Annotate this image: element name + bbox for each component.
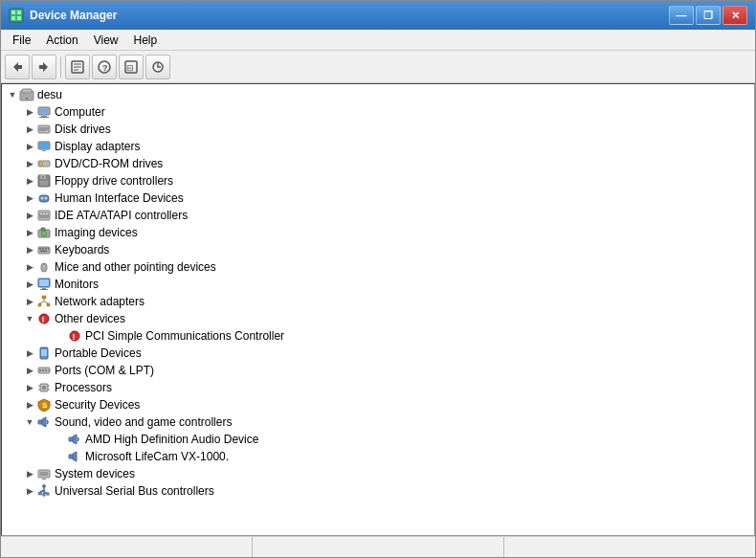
root-label: desu xyxy=(37,88,62,101)
list-item[interactable]: Microsoft LifeCam VX-1000. xyxy=(2,448,754,465)
expand-btn[interactable]: ▶ xyxy=(23,467,36,480)
toolbar: ? ⊟ xyxy=(1,51,755,83)
expand-btn[interactable]: ▶ xyxy=(23,398,36,412)
expand-btn[interactable]: ▶ xyxy=(23,140,36,153)
list-item[interactable]: AMD High Definition Audio Device xyxy=(2,431,754,448)
svg-rect-23 xyxy=(41,116,47,117)
svg-rect-51 xyxy=(39,248,41,250)
minimize-button[interactable]: — xyxy=(669,6,694,25)
list-item[interactable]: ▶ Mice and other pointing devices xyxy=(2,258,754,276)
menu-action[interactable]: Action xyxy=(38,32,85,49)
svg-rect-29 xyxy=(39,143,49,148)
scan-hardware-button[interactable] xyxy=(145,55,170,79)
item-label: System devices xyxy=(55,467,135,480)
device-manager-window: Device Manager — ❐ ✕ File Action View He… xyxy=(0,0,756,558)
list-item[interactable]: ▼ Sound, video and game controllers xyxy=(2,413,754,431)
keyboard-icon xyxy=(36,242,52,257)
expand-btn[interactable]: ▶ xyxy=(23,260,36,274)
list-item[interactable]: ▶ Ports (COM & LPT) xyxy=(2,362,754,379)
svg-rect-62 xyxy=(40,289,48,290)
svg-rect-2 xyxy=(17,11,21,14)
list-item[interactable]: ▶ Human Interface Devices xyxy=(2,190,754,207)
svg-marker-7 xyxy=(43,62,48,72)
list-item[interactable]: ▶ Universal Serial Bus controllers xyxy=(2,482,754,500)
expand-btn[interactable]: ▶ xyxy=(23,243,36,257)
expand-btn[interactable]: ▶ xyxy=(23,364,36,377)
device-tree[interactable]: ▼ desu ▶ xyxy=(2,84,754,535)
pci-icon: ! xyxy=(67,328,82,344)
list-item[interactable]: ▶ IDE ATA/ATAPI controllers xyxy=(2,207,754,224)
network-icon xyxy=(36,294,52,309)
svg-rect-37 xyxy=(42,176,44,178)
svg-rect-1 xyxy=(11,11,15,14)
svg-point-58 xyxy=(43,265,45,267)
expand-btn[interactable]: ▶ xyxy=(23,191,36,205)
close-button[interactable]: ✕ xyxy=(723,6,747,25)
svg-rect-8 xyxy=(39,65,43,69)
list-item[interactable]: ▶ System devices xyxy=(2,465,754,482)
forward-button[interactable] xyxy=(32,55,56,79)
toolbar-separator-1 xyxy=(60,56,61,78)
list-item[interactable]: ▶ DVD/CD-ROM drives xyxy=(2,155,754,172)
list-item[interactable]: ▶ Monitors xyxy=(2,276,754,293)
expand-btn[interactable]: ▶ xyxy=(23,105,36,119)
root-expand[interactable]: ▼ xyxy=(6,88,19,101)
list-item[interactable]: ▶ Display adapters xyxy=(2,138,754,155)
item-label: IDE ATA/ATAPI controllers xyxy=(55,209,188,222)
item-label: Human Interface Devices xyxy=(55,191,184,205)
usb-icon xyxy=(36,483,52,499)
expand-btn[interactable]: ▶ xyxy=(23,209,36,222)
expand-btn[interactable]: ▼ xyxy=(23,415,36,429)
restore-button[interactable]: ❐ xyxy=(696,6,721,25)
svg-point-33 xyxy=(40,163,42,165)
status-pane-1 xyxy=(1,537,253,557)
properties-button[interactable] xyxy=(65,55,90,79)
tree-root[interactable]: ▼ desu xyxy=(2,86,754,103)
expand-btn[interactable]: ▶ xyxy=(23,484,36,498)
expand-btn[interactable]: ▶ xyxy=(23,295,36,308)
expand-btn[interactable]: ▶ xyxy=(23,123,36,136)
svg-rect-89 xyxy=(38,420,42,424)
menu-file[interactable]: File xyxy=(5,32,38,49)
svg-rect-54 xyxy=(48,248,49,250)
menu-help[interactable]: Help xyxy=(126,32,166,49)
expand-btn[interactable]: ▶ xyxy=(23,157,36,170)
expand-btn[interactable]: ▶ xyxy=(23,278,36,291)
svg-point-77 xyxy=(39,369,41,371)
item-label: Portable Devices xyxy=(55,346,142,360)
list-item[interactable]: ▶ Network adapters xyxy=(2,293,754,310)
expand-btn[interactable]: ▶ xyxy=(23,174,36,188)
list-item[interactable]: ▶ Portable Devices xyxy=(2,345,754,362)
list-item[interactable]: ▶ Keyboards xyxy=(2,241,754,258)
back-button[interactable] xyxy=(5,55,30,79)
item-label: Keyboards xyxy=(55,243,109,257)
item-label: Processors xyxy=(55,381,112,394)
list-item[interactable]: ▶ S Security Devices xyxy=(2,396,754,413)
status-bar xyxy=(1,536,755,557)
root-icon xyxy=(19,87,34,102)
list-item[interactable]: ▶ Computer xyxy=(2,103,754,121)
item-label: AMD High Definition Audio Device xyxy=(85,433,258,446)
expand-btn[interactable]: ▶ xyxy=(23,226,36,239)
update-driver-button[interactable]: ⊟ xyxy=(119,55,144,79)
svg-text:!: ! xyxy=(73,332,76,342)
svg-text:?: ? xyxy=(102,63,108,73)
list-item[interactable]: ▶ Disk drives xyxy=(2,121,754,138)
list-item[interactable]: ▶ Floppy drive controllers xyxy=(2,172,754,190)
expand-btn[interactable]: ▼ xyxy=(23,312,36,325)
help-button[interactable]: ? xyxy=(92,55,117,79)
list-item[interactable]: ▶ Imaging devices xyxy=(2,224,754,241)
svg-rect-74 xyxy=(41,349,47,356)
svg-rect-52 xyxy=(42,248,44,250)
svg-point-101 xyxy=(43,494,46,497)
svg-rect-3 xyxy=(11,16,15,20)
list-item[interactable]: ▶ Processors xyxy=(2,379,754,396)
list-item[interactable]: ! PCI Simple Communications Controller xyxy=(2,327,754,345)
expand-btn[interactable]: ▶ xyxy=(23,346,36,360)
svg-rect-61 xyxy=(42,288,46,289)
svg-rect-91 xyxy=(69,455,73,458)
expand-btn[interactable]: ▶ xyxy=(23,381,36,394)
list-item[interactable]: ▼ ! Other devices xyxy=(2,310,754,327)
menu-view[interactable]: View xyxy=(86,32,126,49)
window-icon xyxy=(9,8,24,23)
